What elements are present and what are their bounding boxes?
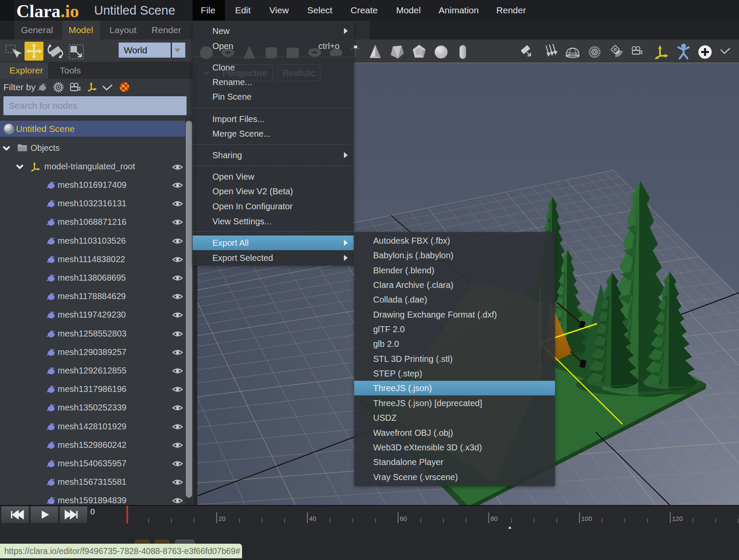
svg-text:60: 60 [400, 515, 407, 522]
svg-text:40: 40 [309, 515, 316, 522]
svg-text:100: 100 [581, 515, 592, 522]
svg-text:120: 120 [672, 515, 683, 522]
svg-text:20: 20 [218, 515, 226, 522]
svg-text:80: 80 [491, 515, 498, 522]
